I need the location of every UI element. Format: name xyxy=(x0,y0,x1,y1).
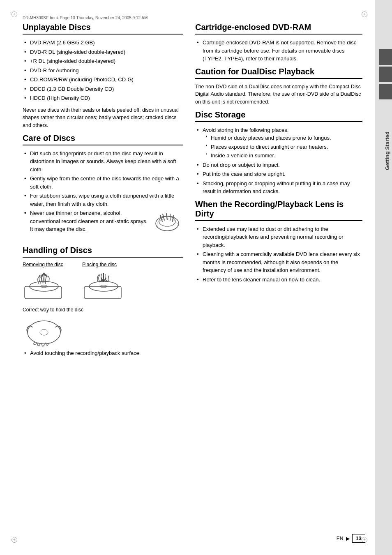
right-sidebar: Getting Started xyxy=(375,0,392,555)
sidebar-block-2 xyxy=(379,67,392,82)
list-item: DVD-RAM (2.6 GB/5.2 GB) xyxy=(23,39,183,47)
list-item: • Never use thinner or benzene, alcohol,… xyxy=(23,209,183,238)
list-item: Inside a vehicle in summer. xyxy=(203,152,362,160)
sidebar-label: Getting Started xyxy=(384,131,390,170)
caution-dualdisc-title: Caution for DualDisc Playback xyxy=(195,67,362,79)
svg-point-7 xyxy=(157,219,178,230)
lens-dirty-title: When the Recording/Playback Lens is Dirt… xyxy=(195,200,362,221)
cartridge-dvd-ram-title: Cartridge-enclosed DVD-RAM xyxy=(195,23,362,35)
unplayable-discs-section: Unplayable Discs DVD-RAM (2.6 GB/5.2 GB)… xyxy=(23,23,183,129)
list-item: CD-ROM/R/RW (including PhotoCD, CD-G) xyxy=(23,76,183,84)
list-item: Gently wipe from the centre of the disc … xyxy=(23,175,183,191)
left-column: Unplayable Discs DVD-RAM (2.6 GB/5.2 GB)… xyxy=(23,23,183,361)
unplayable-discs-list: DVD-RAM (2.6 GB/5.2 GB) DVD-R DL (single… xyxy=(23,39,183,102)
list-item: Avoid touching the recording/playback su… xyxy=(23,349,183,357)
page-container: DR-MH300SE.book Page 13 Thursday, Novemb… xyxy=(0,0,392,555)
disc-storage-sub-list: Humid or dusty places and places prone t… xyxy=(203,134,362,160)
page-footer: EN ▶ 13 xyxy=(337,534,365,543)
svg-point-15 xyxy=(40,329,48,335)
disc-storage-list: Avoid storing in the following places. H… xyxy=(195,126,362,196)
page-number: 13 xyxy=(352,534,365,543)
svg-line-6 xyxy=(173,216,173,221)
care-of-discs-title: Care of Discs xyxy=(23,134,183,145)
main-content: Unplayable Discs DVD-RAM (2.6 GB/5.2 GB)… xyxy=(0,0,375,555)
list-item: Stacking, propping or dropping without p… xyxy=(195,180,362,196)
removing-disc-figure: Removing the disc xyxy=(23,262,66,303)
list-item: HDCD (High Density CD) xyxy=(23,94,183,102)
removing-disc-label: Removing the disc xyxy=(23,262,63,267)
list-item: Put into the case and store upright. xyxy=(195,170,362,178)
correct-hold-section: Correct way to hold the disc xyxy=(23,307,183,349)
list-item: Extended use may lead to dust or dirt ad… xyxy=(195,225,362,249)
list-item: +R DL (single-sided double-layered) xyxy=(23,57,183,65)
inline-note-text: • Never use thinner or benzene, alcohol,… xyxy=(23,209,148,233)
sidebar-blocks xyxy=(376,49,392,99)
hand-cloth-illustration xyxy=(152,209,183,238)
caution-dualdisc-text: The non-DVD side of a DualDisc does not … xyxy=(195,83,362,106)
caution-dualdisc-section: Caution for DualDisc Playback The non-DV… xyxy=(195,67,362,106)
correct-hold-label: Correct way to hold the disc xyxy=(23,307,183,313)
removing-disc-svg xyxy=(23,270,66,303)
list-item: DDCD (1.3 GB Double Density CD) xyxy=(23,85,183,93)
list-item: Humid or dusty places and places prone t… xyxy=(203,134,362,142)
svg-point-14 xyxy=(28,321,60,344)
cartridge-dvd-ram-section: Cartridge-enclosed DVD-RAM Cartridge-enc… xyxy=(195,23,362,63)
lens-dirty-section: When the Recording/Playback Lens is Dirt… xyxy=(195,200,362,284)
list-item: Avoid storing in the following places. H… xyxy=(195,126,362,160)
sidebar-block-3 xyxy=(379,84,392,99)
care-of-discs-section: Care of Discs Dirt such as fingerprints … xyxy=(23,134,183,238)
care-of-discs-list: Dirt such as fingerprints or dust on the… xyxy=(23,150,183,238)
list-item: For stubborn stains, wipe using a cloth … xyxy=(23,192,183,208)
arrow-icon: ▶ xyxy=(346,536,350,541)
disc-storage-section: Disc Storage Avoid storing in the follow… xyxy=(195,110,362,196)
columns-layout: Unplayable Discs DVD-RAM (2.6 GB/5.2 GB)… xyxy=(23,23,362,361)
unplayable-discs-title: Unplayable Discs xyxy=(23,23,183,35)
list-item: DVD-R for Authoring xyxy=(23,67,183,75)
handling-avoid-list: Avoid touching the recording/playback su… xyxy=(23,349,183,357)
lens-dirty-list: Extended use may lead to dust or dirt ad… xyxy=(195,225,362,284)
correct-hold-svg xyxy=(23,315,66,348)
disc-storage-title: Disc Storage xyxy=(195,110,362,122)
sidebar-block-1 xyxy=(379,49,392,65)
list-item: Do not drop or subject to impact. xyxy=(195,161,362,169)
disc-illustrations: Removing the disc xyxy=(23,262,183,303)
list-item: Cartridge-enclosed DVD-RAM is not suppor… xyxy=(195,39,362,63)
placing-disc-svg xyxy=(82,270,125,303)
handling-of-discs-title: Handling of Discs xyxy=(23,246,183,258)
list-item: Refer to the lens cleaner manual on how … xyxy=(195,276,362,284)
unplayable-discs-note: Never use discs with their seals or labe… xyxy=(23,106,183,129)
placing-disc-label: Placing the disc xyxy=(82,262,117,267)
list-item: Cleaning with a commercially available D… xyxy=(195,250,362,274)
list-item: DVD-R DL (single-sided double-layered) xyxy=(23,48,183,56)
right-column: Cartridge-enclosed DVD-RAM Cartridge-enc… xyxy=(195,23,362,361)
en-label: EN xyxy=(337,536,344,541)
cartridge-dvd-ram-list: Cartridge-enclosed DVD-RAM is not suppor… xyxy=(195,39,362,63)
handling-of-discs-section: Handling of Discs Removing the disc xyxy=(23,246,183,357)
placing-disc-figure: Placing the disc xyxy=(82,262,125,303)
list-item: Dirt such as fingerprints or dust on the… xyxy=(23,150,183,174)
list-item: Places exposed to direct sunlight or nea… xyxy=(203,143,362,151)
